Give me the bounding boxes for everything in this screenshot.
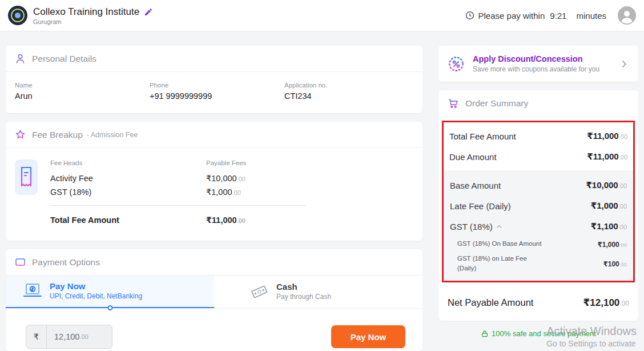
highlighted-summary-box: Total Fee Amount ₹11,000.00 Due Amount ₹… xyxy=(442,121,635,282)
person-icon xyxy=(15,53,26,64)
fee-row: GST (18%) ₹1,000.00 xyxy=(50,185,306,199)
field-value: +91 9999999999 xyxy=(150,91,284,101)
field-label: Application no. xyxy=(284,82,413,89)
chevron-up-icon xyxy=(496,224,502,230)
fee-head: GST (18%) xyxy=(50,185,206,199)
pay-now-button[interactable]: Pay Now xyxy=(331,325,405,348)
payment-tabs: Pay Now UPI, Credit, Debit, NetBanking C… xyxy=(6,276,422,309)
col-payable-fees: Payable Fees xyxy=(206,159,306,171)
personal-details-card: Personal Details Name Arun Phone +91 999… xyxy=(6,46,422,113)
cash-icon xyxy=(249,282,269,301)
fee-total-label: Total Fee Amount xyxy=(50,213,206,227)
active-tab-notch xyxy=(107,305,112,310)
field-label: Name xyxy=(15,82,150,89)
fee-head: Activity Fee xyxy=(50,171,206,185)
tab-sublabel: UPI, Credit, Debit, NetBanking xyxy=(50,292,142,300)
summary-subrow-gst-late-fee: GST (18%) on Late Fee (Daily) ₹100.00 xyxy=(450,252,627,275)
summary-row-gst[interactable]: GST (18%) ₹1,100.00 xyxy=(450,216,627,237)
apply-discount-card[interactable]: Apply Discount/Concession Save more with… xyxy=(438,46,638,82)
field-phone: Phone +91 9999999999 xyxy=(150,82,284,101)
star-icon xyxy=(15,129,26,140)
credit-card-icon xyxy=(15,257,26,268)
field-value: CTI234 xyxy=(284,91,413,101)
field-application-no: Application no. CTI234 xyxy=(284,82,413,101)
order-summary-title: Order Summary xyxy=(465,98,528,109)
tab-sublabel: Pay through Cash xyxy=(276,293,331,301)
summary-row-due-amount: Due Amount ₹11,000.00 xyxy=(449,146,627,167)
summary-subrow-gst-base: GST (18%) On Base Amount ₹1,000.00 xyxy=(450,237,627,252)
field-name: Name Arun xyxy=(15,82,150,101)
institute-logo xyxy=(8,6,27,25)
fee-breakup-subtitle: - Admission Fee xyxy=(87,131,138,139)
discount-badge-icon xyxy=(448,55,465,73)
cart-icon xyxy=(448,98,459,109)
summary-row-total-fee: Total Fee Amount ₹11,000.00 xyxy=(449,126,627,146)
receipt-icon xyxy=(15,159,38,195)
summary-row-base-amount: Base Amount ₹10,000.00 xyxy=(450,175,627,196)
clock-icon xyxy=(465,11,474,20)
fee-breakup-card: Fee Breakup - Admission Fee Fee Heads Pa… xyxy=(6,122,422,241)
tab-label: Cash xyxy=(276,282,331,292)
field-label: Phone xyxy=(150,82,284,89)
discount-subtitle: Save more with coupons available for you xyxy=(473,65,599,73)
user-avatar[interactable] xyxy=(618,6,636,25)
discount-title: Apply Discount/Concession xyxy=(473,54,599,63)
payment-options-card: Payment Options Pay Now UPI, Credit, Deb… xyxy=(6,249,422,351)
timer-prefix: Please pay within xyxy=(478,11,545,21)
col-fee-heads: Fee Heads xyxy=(50,159,206,171)
personal-details-title: Personal Details xyxy=(32,54,96,64)
tab-cash[interactable]: Cash Pay through Cash xyxy=(214,276,422,308)
secure-payment-note: 100% safe and secure payment xyxy=(438,329,638,338)
timer-value: 9:21 xyxy=(550,11,566,21)
fee-total-row: Total Fee Amount ₹11,000.00 xyxy=(50,205,306,227)
edit-institute-icon[interactable] xyxy=(144,7,153,17)
amount-value: 12,100 xyxy=(54,332,79,341)
institute-name: Collexo Training Institute xyxy=(33,6,139,18)
order-summary-card: Order Summary Total Fee Amount ₹11,000.0… xyxy=(438,90,638,321)
lock-icon xyxy=(481,330,489,338)
summary-row-late-fee: Late Fee (Daily) ₹1,000.00 xyxy=(450,196,627,216)
net-payable-row: Net Payable Amount ₹12,100.00 xyxy=(438,286,638,321)
institute-location: Gurugram xyxy=(33,18,153,25)
timer-suffix: minutes xyxy=(576,11,606,21)
field-value: Arun xyxy=(15,91,150,101)
amount-input[interactable]: ₹ 12,100.00 xyxy=(26,325,112,349)
fee-total-amount: ₹11,000 xyxy=(206,216,237,225)
rupee-prefix: ₹ xyxy=(26,325,47,348)
payment-options-title: Payment Options xyxy=(32,257,100,268)
chevron-right-icon xyxy=(619,59,629,69)
fee-row: Activity Fee ₹10,000.00 xyxy=(50,171,306,185)
fee-amount: ₹1,000 xyxy=(206,188,232,197)
online-payment-icon xyxy=(23,282,42,300)
tab-pay-now[interactable]: Pay Now UPI, Credit, Debit, NetBanking xyxy=(6,276,214,308)
payment-timer: Please pay within 9:21 minutes xyxy=(465,11,606,21)
fee-breakup-title: Fee Breakup xyxy=(32,130,83,140)
tab-label: Pay Now xyxy=(50,281,142,291)
fee-amount: ₹10,000 xyxy=(206,174,237,183)
top-header: Collexo Training Institute Gurugram Plea… xyxy=(0,0,644,31)
